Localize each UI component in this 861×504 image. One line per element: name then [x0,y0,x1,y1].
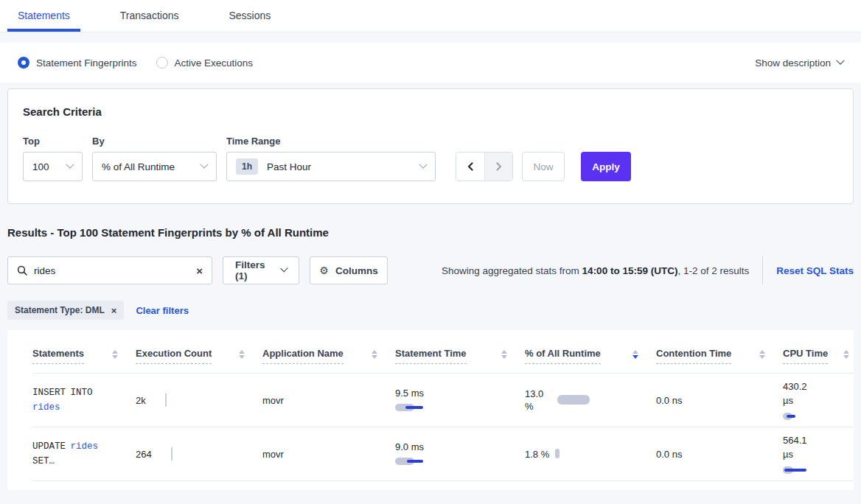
cpu-time-cell: 564.1 µs [783,427,854,480]
filter-pill-statement-type: Statement Type: DML × [7,301,124,320]
statement-link[interactable]: rides [32,402,60,413]
chevron-down-icon [836,57,844,65]
top-select-value: 100 [32,161,49,172]
filters-button[interactable]: Filters (1) [223,256,299,284]
column-header-cpu-time[interactable]: CPU Time [783,342,854,373]
radio-statement-fingerprints[interactable]: Statement Fingerprints [18,57,137,69]
gear-icon: ⚙ [319,265,329,276]
columns-button-label: Columns [335,265,378,276]
column-header-contention-time[interactable]: Contention Time [656,342,783,373]
statement-time-bar [395,456,423,466]
application-name-cell: movr [262,427,395,480]
sort-icon[interactable] [372,350,377,359]
sort-icon[interactable] [239,350,245,359]
sort-icon-active-desc[interactable] [632,350,638,359]
chevron-left-icon [467,162,475,171]
application-name-cell: movr [262,374,395,427]
divider [762,256,763,284]
radio-unselected-icon [156,57,168,69]
column-header-application-name[interactable]: Application Name [262,342,395,373]
tab-sessions[interactable]: Sessions [218,10,281,32]
column-header-statements[interactable]: Statements [32,342,136,373]
search-criteria-form: Top 100 By % of All Runtime Time Range 1… [23,136,838,181]
pct-runtime-bar [555,449,560,459]
cpu-time-bar [783,411,795,421]
by-field: By % of All Runtime [92,136,217,181]
statement-link[interactable]: rides [71,441,99,452]
top-select[interactable]: 100 [23,152,83,181]
execution-count-bar [171,447,172,461]
time-range-select[interactable]: 1h Past Hour [226,152,436,181]
remove-filter-icon[interactable]: × [111,306,117,315]
pct-runtime-cell: 1.8 % [525,427,656,480]
tab-bar: Statements Transactions Sessions [0,0,861,32]
by-select[interactable]: % of All Runtime [92,152,217,181]
statement-cell: UPDATE rides SET… [32,427,136,480]
statement-time-bar [395,402,423,413]
execution-count-cell: 2k [136,374,262,427]
chevron-down-icon [66,161,74,169]
execution-count-cell: 264 [136,427,262,480]
top-label: Top [23,136,83,147]
cpu-time-cell: 430.2 µs [783,374,854,427]
statement-search-box: × [7,256,212,284]
reset-sql-stats-link[interactable]: Reset SQL Stats [776,265,854,276]
statement-time-cell: 9.5 ms [395,374,525,427]
now-button[interactable]: Now [522,152,565,181]
chevron-down-icon [419,161,427,169]
radio-label: Statement Fingerprints [36,57,137,69]
columns-button[interactable]: ⚙ Columns [310,256,388,284]
statement-time-cell: 9.0 ms [395,427,525,480]
sort-icon[interactable] [843,350,849,359]
show-description-toggle[interactable]: Show description [755,57,843,69]
time-range-field: Time Range 1h Past Hour [226,136,436,181]
column-header-statement-time[interactable]: Statement Time [395,342,525,373]
sql-activity-page: Statements Transactions Sessions Stateme… [0,0,861,490]
column-header-pct-all-runtime[interactable]: % of All Runtime [525,342,656,373]
results-heading: Results - Top 100 Statement Fingerprints… [7,226,854,239]
previous-time-button[interactable] [456,153,484,181]
next-time-button[interactable] [484,153,512,181]
table-row: INSERT INTO rides 2k movr 9.5 ms 13.0 % … [32,374,854,427]
execution-count-bar [165,393,167,407]
chevron-right-icon [495,162,503,171]
time-range-value: Past Hour [267,161,311,172]
time-range-label: Time Range [226,136,436,147]
radio-label: Active Executions [175,57,254,69]
apply-button[interactable]: Apply [581,152,631,181]
filter-pill-row: Statement Type: DML × Clear filters [7,301,854,320]
status-time-range: 14:00 to 15:59 (UTC) [582,265,678,276]
radio-active-executions[interactable]: Active Executions [156,57,254,69]
column-header-execution-count[interactable]: Execution Count [136,342,262,373]
statement-cell: INSERT INTO rides [32,374,136,427]
top-field: Top 100 [23,136,83,181]
time-nav-arrows [456,152,513,181]
pct-runtime-bar [557,395,590,405]
sort-icon[interactable] [112,350,118,359]
table-row: UPDATE rides SET… 264 movr 9.0 ms 1.8 % … [32,427,854,481]
clear-search-icon[interactable]: × [196,265,203,276]
clear-filters-link[interactable]: Clear filters [136,305,189,316]
filter-pill-label: Statement Type: DML [15,305,105,315]
search-criteria-title: Search Criteria [23,105,838,118]
tab-statements[interactable]: Statements [7,10,80,32]
search-criteria-card: Search Criteria Top 100 By % of All Runt… [7,88,854,204]
cpu-time-bar [783,465,806,475]
chevron-down-icon [200,161,208,169]
time-range-badge: 1h [236,158,258,175]
table-header-row: Statements Execution Count Application N… [32,330,854,374]
statements-table: Statements Execution Count Application N… [7,330,854,490]
tab-transactions[interactable]: Transactions [110,10,189,32]
sort-icon[interactable] [501,350,507,359]
pct-runtime-cell: 13.0 % [525,374,656,427]
search-input[interactable] [34,265,196,276]
contention-time-cell: 0.0 ns [656,374,783,427]
contention-time-cell: 0.0 ns [656,427,783,480]
view-toggle-panel: Statement Fingerprints Active Executions… [0,43,861,83]
by-label: By [92,136,217,147]
filters-button-label: Filters (1) [235,259,275,281]
show-description-label: Show description [755,57,831,69]
by-select-value: % of All Runtime [102,161,175,172]
results-controls-row: × Filters (1) ⚙ Columns Showing aggregat… [7,256,854,284]
sort-icon[interactable] [759,350,765,359]
